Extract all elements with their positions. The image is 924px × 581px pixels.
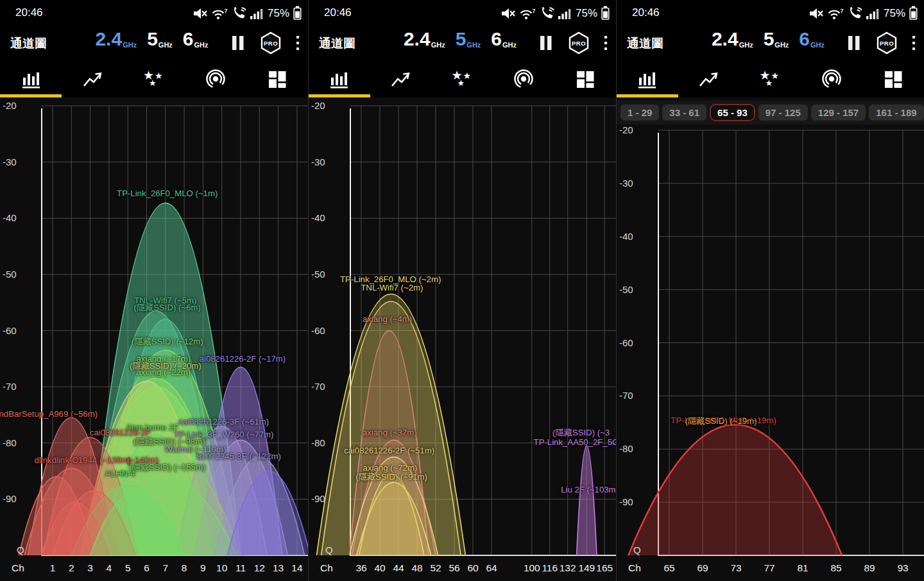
screenshot-panel: 20:46 7 (308, 0, 616, 581)
x-axis-tick: 13 (273, 562, 284, 574)
x-axis-tick: 52 (430, 562, 441, 574)
x-axis-tick: 48 (411, 562, 422, 574)
y-axis-tick: -40 (311, 212, 325, 223)
x-axis-tick: 69 (697, 562, 708, 574)
x-axis-tick: 64 (486, 562, 497, 574)
x-axis-tick: 149 (578, 562, 595, 574)
graph-labels: -20-30-40-50-60-70-80-90QCh1234567891011… (0, 0, 308, 581)
network-label: Liu 2F (~103m (561, 485, 615, 494)
y-axis-tick: -50 (619, 284, 633, 295)
screenshots-row: 20:46 7 (0, 0, 924, 581)
x-axis-tick: 100 (524, 562, 540, 574)
network-label: axiang (~37m) (363, 428, 417, 437)
x-axis-tick: 73 (730, 562, 741, 574)
x-axis-tick: 9 (200, 562, 206, 574)
y-axis-tick: -30 (311, 156, 325, 167)
y-axis-tick: -20 (619, 124, 633, 135)
y-axis-corner-label: Q (325, 544, 333, 555)
network-label: ai08261226-2F (~17m) (200, 354, 286, 364)
screenshot-panel: 20:46 7 (616, 0, 924, 581)
x-axis-tick: 11 (235, 562, 246, 574)
y-axis-tick: -90 (619, 496, 633, 507)
x-axis-tick: 89 (864, 562, 875, 574)
network-label: cai08261226-2F (~51m) (344, 446, 434, 455)
network-label: (隱藏SSID) (~91m) (355, 471, 427, 483)
network-label: axiang (~22m) (137, 367, 191, 377)
x-axis-tick: 3 (87, 562, 93, 574)
x-axis-tick: 77 (764, 562, 774, 574)
y-axis-tick: -90 (3, 493, 17, 504)
network-label: dlinkdlink-C1944 (~139m) (35, 455, 132, 465)
network-label: SoundBarSetup_A969 (~56m) (0, 409, 98, 419)
network-label: (隱藏SSID) (~12m) (132, 336, 203, 348)
y-axis-tick: -50 (311, 269, 325, 280)
x-axis-tick: 40 (374, 562, 385, 574)
x-axis-tick: 36 (355, 562, 366, 574)
network-label: 81072345-3F (~122m) (196, 451, 281, 460)
x-axis-title: Ch (12, 562, 24, 574)
network-label: (隱藏SSID) (~6m) (134, 302, 201, 314)
y-axis-corner-label: Q (633, 544, 641, 555)
y-axis-tick: -70 (3, 381, 17, 392)
channel-graph: -20-30-40-50-60-70-80-90QCh6569737781858… (617, 0, 924, 581)
x-axis-tick: 44 (393, 562, 404, 574)
channel-graph: -20-30-40-50-60-70-80-90QCh3640444852566… (309, 0, 616, 581)
y-axis-tick: -70 (619, 390, 633, 401)
x-axis-tick: 4 (107, 562, 112, 574)
x-axis-tick: 81 (797, 562, 808, 574)
network-label: TP-Link_26F0_MLO (~1m) (117, 188, 218, 198)
x-axis-tick: 85 (830, 562, 841, 574)
y-axis-tick: -80 (3, 437, 17, 448)
y-axis-corner-label: Q (17, 544, 24, 555)
y-axis-tick: -90 (311, 493, 325, 504)
x-axis-tick: 93 (897, 562, 908, 574)
network-label: TP-Link_AA50_2F_5G (534, 437, 616, 446)
x-axis-title: Ch (628, 562, 641, 574)
y-axis-tick: -50 (3, 269, 17, 280)
x-axis-tick: 65 (663, 562, 674, 574)
network-label: axiang (~4m) (363, 314, 412, 324)
network-label: (隱藏SSID) (~19m) (685, 416, 757, 427)
x-axis-tick: 10 (216, 562, 227, 574)
x-axis-tick: 165 (596, 562, 613, 574)
network-label: (隱藏SSID) (~155m) (129, 462, 205, 473)
x-axis-tick: 14 (291, 562, 302, 574)
y-axis-tick: -30 (3, 156, 17, 167)
graph-labels: -20-30-40-50-60-70-80-90QCh3640444852566… (309, 0, 616, 581)
x-axis-tick: 60 (467, 562, 478, 574)
y-axis-tick: -80 (311, 437, 325, 448)
y-axis-tick: -80 (619, 443, 633, 454)
x-axis-tick: 56 (449, 562, 459, 574)
y-axis-tick: -40 (619, 231, 633, 242)
x-axis-tick: 2 (69, 562, 74, 574)
x-axis-tick: 8 (182, 562, 187, 574)
x-axis-tick: 7 (162, 562, 168, 574)
channel-graph: -20-30-40-50-60-70-80-90QCh1234567891011… (0, 0, 308, 581)
network-label: cai08261226-3F (~61m) (178, 417, 269, 426)
y-axis-tick: -20 (311, 100, 325, 111)
x-axis-tick: 132 (560, 562, 576, 574)
x-axis-tick: 1 (50, 562, 56, 574)
screenshot-panel: 20:46 7 (0, 0, 308, 581)
graph-labels: -20-30-40-50-60-70-80-90QCh6569737781858… (617, 0, 924, 581)
y-axis-tick: -40 (3, 212, 17, 223)
y-axis-tick: -20 (3, 100, 17, 111)
x-axis-title: Ch (320, 562, 333, 574)
y-axis-tick: -60 (619, 337, 633, 348)
y-axis-tick: -60 (311, 325, 325, 336)
network-label: ALHN-4 (105, 469, 135, 478)
x-axis-tick: 116 (542, 562, 558, 574)
y-axis-tick: -70 (311, 381, 325, 392)
y-axis-tick: -30 (619, 178, 633, 189)
x-axis-tick: 6 (144, 562, 150, 574)
network-label: TNL-Wifi7 (~2m) (361, 283, 423, 292)
x-axis-tick: 5 (125, 562, 131, 574)
x-axis-tick: 12 (254, 562, 265, 574)
y-axis-tick: -60 (3, 325, 17, 336)
